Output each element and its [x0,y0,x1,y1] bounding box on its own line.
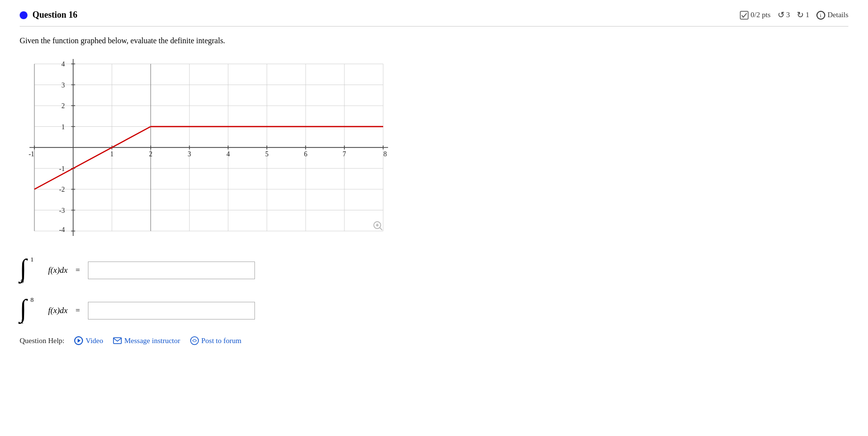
video-play-icon [74,336,83,345]
redo-icon[interactable]: ↻ [797,10,804,20]
question-prompt: Given the function graphed below, evalua… [20,36,848,45]
message-instructor-link[interactable]: Message instructor [113,337,180,345]
integral-2-equals: = [76,306,80,315]
y-label-neg3: -3 [59,207,65,214]
page-container: Question 16 0/2 pts ↺ 3 ↻ 1 i Detail [0,0,868,355]
question-dot [20,11,28,19]
graph-container: -1 1 2 3 4 5 6 7 8 4 3 2 1 -1 -2 -3 -4 [20,54,393,241]
question-title: Question 16 [20,10,78,20]
video-label: Video [85,337,103,345]
question-number: Question 16 [32,10,78,20]
y-label-neg2: -2 [59,186,65,193]
points-value: 0/2 pts [751,11,770,19]
integral-2-symbol: ∫ 8 1 [20,296,39,325]
y-label-1: 1 [61,123,65,131]
integral-2-row: ∫ 8 1 f(x)dx = [20,296,848,325]
svg-point-44 [191,337,198,345]
svg-rect-0 [740,11,748,19]
y-label-2: 2 [61,102,65,110]
message-instructor-label: Message instructor [124,337,180,345]
integral-1-symbol: ∫ 1 0 [20,256,39,285]
question-help-row: Question Help: Video Message instructor … [20,336,848,345]
x-label-3: 3 [188,150,191,158]
integral-2-expr: f(x)dx [48,306,68,316]
integral-2-upper: 8 [30,296,34,304]
x-label-6: 6 [304,150,308,158]
play-triangle [78,339,81,343]
integral-1-row: ∫ 1 0 f(x)dx = [20,256,848,285]
forum-icon [190,336,199,345]
info-icon: i [816,11,825,20]
question-help-label: Question Help: [20,337,64,345]
x-label-7: 7 [343,150,346,158]
x-label-8: 8 [384,150,387,158]
zoom-icon[interactable] [374,222,382,230]
points-display: 0/2 pts [740,11,770,20]
x-label-4: 4 [226,150,230,158]
details-section[interactable]: i Details [816,11,849,20]
question-meta: 0/2 pts ↺ 3 ↻ 1 i Details [740,10,848,20]
y-label-4: 4 [61,60,65,68]
details-label: Details [828,11,849,19]
svg-rect-43 [113,338,121,344]
message-icon [113,337,122,344]
post-to-forum-link[interactable]: Post to forum [190,336,242,345]
x-label-2: 2 [149,150,152,158]
integral-2-input[interactable] [88,302,255,320]
integral-1-upper: 1 [30,256,34,263]
y-label-3: 3 [61,82,65,89]
x-label-1: 1 [110,150,113,158]
integral-1-expr: f(x)dx [48,265,68,275]
integral-1-input[interactable] [88,262,255,279]
integral-1-lower: 0 [21,277,24,285]
redo-section: ↻ 1 [797,10,810,20]
x-label-neg1: -1 [28,150,34,158]
function-graph: -1 1 2 3 4 5 6 7 8 4 3 2 1 -1 -2 -3 -4 [20,54,393,241]
redo-count: 1 [806,11,810,19]
undo-icon[interactable]: ↺ [778,10,784,20]
post-forum-label: Post to forum [201,337,242,345]
integral-1-equals: = [76,266,80,275]
integral-2-lower: 1 [21,318,24,325]
y-label-neg1: -1 [59,165,65,173]
checkbox-icon [740,11,749,20]
undo-count: 3 [786,11,790,19]
question-header: Question 16 0/2 pts ↺ 3 ↻ 1 i Detail [20,10,848,27]
undo-section: ↺ 3 [778,10,790,20]
y-label-neg4: -4 [59,226,65,233]
video-link[interactable]: Video [74,336,103,345]
x-label-5: 5 [265,150,269,158]
svg-line-40 [380,228,382,230]
function-segment-1 [34,127,151,190]
